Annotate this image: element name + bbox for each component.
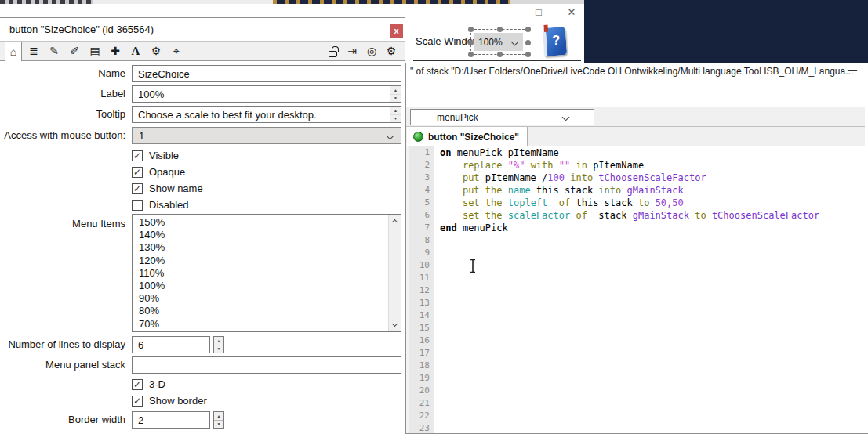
selection-handle[interactable] <box>525 52 531 57</box>
code-line[interactable] <box>440 234 868 247</box>
selection-handle[interactable] <box>525 40 531 45</box>
menu-panel-stack-input[interactable] <box>133 357 401 373</box>
text-icon[interactable]: A <box>127 42 144 60</box>
code-line[interactable] <box>440 385 868 397</box>
code-line[interactable] <box>440 360 868 372</box>
target-icon[interactable]: ◎ <box>365 42 379 60</box>
menu-item[interactable]: 100% <box>133 280 387 292</box>
code-line[interactable]: end menuPick <box>440 222 868 234</box>
checkbox-icon[interactable]: ✓ <box>132 183 143 194</box>
border-width-input[interactable] <box>133 412 279 428</box>
script-icon[interactable]: ≣ <box>25 42 42 60</box>
disabled-checkbox-row[interactable]: ✓ Disabled <box>132 199 189 211</box>
handler-dropdown[interactable]: menuPick <box>410 109 594 125</box>
code-line[interactable] <box>440 247 868 259</box>
lines-to-display-field[interactable] <box>132 336 210 353</box>
checkbox-icon[interactable]: ✓ <box>132 379 143 390</box>
inspector-titlebar[interactable]: button "SizeChoice" (id 365564) x <box>0 18 405 41</box>
show-name-checkbox-row[interactable]: ✓ Show name <box>132 183 203 194</box>
lines-to-display-input[interactable] <box>133 337 279 353</box>
scrollbar[interactable] <box>388 215 401 331</box>
code-line[interactable]: put the name this stack into gMainStack <box>440 184 868 197</box>
code-line[interactable]: on menuPick pItemName <box>440 146 868 159</box>
tooltip-input[interactable] <box>133 107 390 122</box>
checkbox-icon[interactable]: ✓ <box>132 150 143 161</box>
gear-icon[interactable]: ⚙ <box>384 42 398 60</box>
code-line[interactable] <box>440 347 868 360</box>
code-line[interactable] <box>440 259 868 272</box>
opaque-checkbox-row[interactable]: ✓ Opaque <box>132 166 185 178</box>
menu-item[interactable]: 130% <box>133 241 387 254</box>
move-icon[interactable]: ✚ <box>107 42 124 60</box>
menu-items-listbox[interactable]: 150%140%130%120%110%100%90%80%70% <box>132 214 401 332</box>
position-icon[interactable]: ⌖ <box>168 42 185 60</box>
scroll-up-icon[interactable] <box>389 216 401 228</box>
name-input[interactable] <box>133 66 401 81</box>
selection-handle[interactable] <box>468 40 474 45</box>
code-line[interactable]: set the topleft of this stack to 50,50 <box>440 197 868 209</box>
selection-handle[interactable] <box>525 27 531 32</box>
image-icon[interactable]: ▤ <box>86 42 104 60</box>
selection-marquee[interactable] <box>470 29 528 55</box>
minimize-icon[interactable]: — <box>494 5 511 20</box>
wand-icon[interactable]: ✐ <box>66 42 83 60</box>
code-line[interactable] <box>440 297 868 309</box>
show-border-checkbox-row[interactable]: ✓ Show border <box>132 395 207 407</box>
selection-handle[interactable] <box>497 52 503 57</box>
script-editor-titlebar[interactable]: " of stack "D:/User Folders/OneDrive/Liv… <box>406 63 868 80</box>
checkbox-icon[interactable]: ✓ <box>132 167 143 178</box>
code-line[interactable] <box>440 322 868 335</box>
checkbox-icon[interactable]: ✓ <box>132 200 143 211</box>
menu-item[interactable]: 110% <box>133 267 387 280</box>
selection-handle[interactable] <box>468 52 474 57</box>
close-button[interactable]: x <box>390 24 403 38</box>
apply-icon[interactable]: ⇥ <box>345 42 359 60</box>
close-icon[interactable]: ✕ <box>563 5 580 20</box>
code-line[interactable] <box>440 272 868 284</box>
pencil-icon[interactable]: ✎ <box>45 42 63 60</box>
tab-button-sizechoice[interactable]: button "SizeChoice" <box>407 127 528 146</box>
code-line[interactable] <box>440 284 868 297</box>
selection-handle[interactable] <box>468 27 474 32</box>
tooltip-field[interactable]: ▲▼ <box>132 106 401 123</box>
gears-icon[interactable]: ⚙ <box>147 42 165 60</box>
code-line[interactable] <box>440 397 868 410</box>
menu-item[interactable]: 120% <box>133 255 387 267</box>
border-width-spinner[interactable]: ▲▼ <box>213 411 224 429</box>
maximize-icon[interactable]: □ <box>530 5 547 20</box>
code-lines[interactable]: on menuPick pItemName replace "%" with "… <box>434 146 868 433</box>
code-line[interactable] <box>440 309 868 322</box>
code-line[interactable] <box>440 410 868 422</box>
menu-item[interactable]: 140% <box>133 229 387 241</box>
scroll-down-icon[interactable] <box>389 318 401 330</box>
menu-items-list[interactable]: 150%140%130%120%110%100%90%80%70% <box>133 216 387 331</box>
menu-item[interactable]: 150% <box>133 216 387 229</box>
name-field[interactable] <box>132 65 401 82</box>
minimize-icon[interactable]: — <box>848 64 857 75</box>
selection-handle[interactable] <box>497 27 503 32</box>
label-input[interactable] <box>133 86 390 102</box>
border-width-field[interactable] <box>132 411 210 429</box>
code-line[interactable]: replace "%" with "" in pItemName <box>440 159 868 172</box>
code-line[interactable] <box>440 335 868 347</box>
code-line[interactable]: set the scaleFactor of stack gMainStack … <box>440 209 868 222</box>
menu-item[interactable]: 70% <box>133 318 387 331</box>
code-area[interactable]: 1234567891011121314151617181920212223 on… <box>406 146 868 433</box>
menu-item[interactable]: 80% <box>133 305 387 317</box>
unlock-icon[interactable] <box>325 42 340 60</box>
code-line[interactable]: put pItemName /100 into tChoosenScaleFac… <box>440 172 868 184</box>
code-line[interactable] <box>440 422 868 434</box>
help-book-icon[interactable]: ? <box>543 27 567 56</box>
threed-checkbox-row[interactable]: ✓ 3-D <box>132 378 165 390</box>
menu-panel-stack-field[interactable] <box>132 356 401 374</box>
label-spinner[interactable]: ▲▼ <box>390 86 401 102</box>
access-dropdown[interactable]: 1 <box>132 127 401 144</box>
menu-item[interactable]: 90% <box>133 292 387 305</box>
home-icon[interactable]: ⌂ <box>5 42 22 61</box>
lines-spinner[interactable]: ▲▼ <box>213 336 224 353</box>
label-field[interactable]: ▲▼ <box>132 85 401 103</box>
visible-checkbox-row[interactable]: ✓ Visible <box>132 150 179 161</box>
code-line[interactable] <box>440 372 868 385</box>
tooltip-spinner[interactable]: ▲▼ <box>390 107 401 122</box>
checkbox-icon[interactable]: ✓ <box>132 396 143 407</box>
